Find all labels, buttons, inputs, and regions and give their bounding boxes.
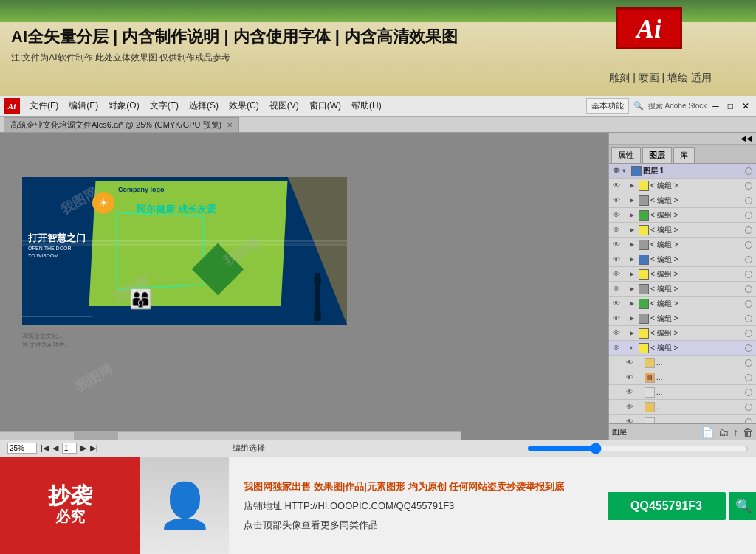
layer-circle-0[interactable] — [745, 182, 752, 190]
qq-number-box[interactable]: QQ455791F3 — [608, 492, 726, 520]
layer-eye-sub-4[interactable]: 👁 — [624, 416, 636, 424]
layer-eye-9[interactable]: 👁 — [611, 313, 622, 325]
layer-eye-5[interactable]: 👁 — [611, 254, 622, 266]
layer-icon-main — [631, 166, 642, 176]
layer-name-3: < 编组 > — [650, 225, 745, 235]
layer-expand-9[interactable]: ▶ — [630, 315, 637, 322]
workspace-selector[interactable]: 基本功能 — [586, 98, 629, 114]
layer-eye-1[interactable]: 👁 — [611, 195, 622, 207]
new-layer-btn[interactable]: 📄 — [701, 426, 714, 438]
layer-eye-sub-2[interactable]: 👁 — [624, 387, 636, 398]
layer-eye-8[interactable]: 👁 — [611, 298, 622, 310]
prev-page[interactable]: ◀ — [52, 443, 58, 453]
canvas-area[interactable]: 我图网 我图网 我图网 我图网 Company logo ☀ — [0, 133, 608, 440]
menu-file[interactable]: 文件(F) — [25, 98, 63, 114]
layer-circle-sub-0[interactable] — [745, 359, 752, 367]
layer-expand-7[interactable]: ▶ — [630, 285, 637, 292]
layer-eye-sub-3[interactable]: 👁 — [624, 401, 636, 413]
menu-effect[interactable]: 效果(C) — [224, 98, 264, 114]
layer-name-2: < 编组 > — [650, 210, 745, 221]
layer-eye-sub-1[interactable]: 👁 — [624, 372, 636, 384]
menu-object[interactable]: 对象(O) — [104, 98, 143, 114]
layer-sub-3: 👁 ... — [609, 400, 756, 415]
layer-eye-10[interactable]: 👁 — [611, 328, 622, 339]
layer-expand-4[interactable]: ▶ — [630, 241, 637, 248]
layer-expand-6[interactable]: ▶ — [630, 271, 637, 277]
layer-name-4: < 编组 > — [650, 240, 745, 250]
layer-circle-main[interactable] — [745, 167, 752, 175]
layer-circle-4[interactable] — [745, 241, 752, 249]
layer-circle-sub-1[interactable] — [745, 374, 752, 381]
layer-eye-4[interactable]: 👁 — [611, 239, 622, 251]
layer-circle-10[interactable] — [745, 330, 752, 337]
layer-expand-10[interactable]: ▶ — [630, 330, 637, 336]
layer-circle-6[interactable] — [745, 271, 752, 278]
prev-page-first[interactable]: |◀ — [41, 443, 49, 453]
next-page-last[interactable]: ▶| — [90, 443, 98, 453]
layer-eye-3[interactable]: 👁 — [611, 224, 622, 236]
layer-expand-5[interactable]: ▶ — [630, 256, 637, 263]
layer-expand-0[interactable]: ▶ — [630, 182, 637, 189]
layer-expand-2[interactable]: ▶ — [630, 212, 637, 218]
menu-view[interactable]: 视图(V) — [265, 98, 303, 114]
top-banner: AI全矢量分层 | 内含制作说明 | 内含使用字体 | 内含高清效果图 注:文件… — [0, 0, 756, 96]
layer-circle-7[interactable] — [745, 285, 752, 293]
layer-expand-exp[interactable]: ▾ — [630, 344, 637, 351]
layer-circle-sub-2[interactable] — [745, 389, 752, 396]
layer-expand-1[interactable]: ▶ — [630, 197, 637, 204]
search-button[interactable]: 🔍 — [729, 492, 757, 520]
english-slogan: OPEN THE DOORTO WISDOM — [28, 245, 72, 260]
layer-eye-6[interactable]: 👁 — [611, 269, 622, 280]
menu-text[interactable]: 文字(T) — [145, 98, 183, 114]
horizontal-scrollbar[interactable] — [0, 431, 461, 440]
layer-circle-2[interactable] — [745, 212, 752, 219]
banner-subtitle: 注:文件为AI软件制作 此处立体效果图 仅供制作成品参考 — [11, 52, 458, 64]
scrollbar-thumb[interactable] — [74, 432, 118, 440]
new-sublayer-btn[interactable]: 🗂 — [718, 426, 729, 438]
menu-help[interactable]: 帮助(H) — [347, 98, 386, 114]
main-slogan: 打开智慧之门 — [28, 232, 86, 245]
maximize-btn[interactable]: □ — [725, 100, 736, 113]
person-photo: 👤 — [140, 457, 229, 554]
layer-eye-sub-0[interactable]: 👁 — [624, 357, 636, 369]
layer-circle-8[interactable] — [745, 300, 752, 308]
bottom-banner: 抄袭 必究 👤 我图网独家出售 效果图|作品|元素图形 均为原创 任何网站盗卖抄… — [0, 457, 756, 554]
layer-eye-7[interactable]: 👁 — [611, 283, 622, 295]
horizontal-scroll[interactable] — [527, 443, 749, 454]
menu-window[interactable]: 窗口(W) — [305, 98, 346, 114]
delete-layer-btn[interactable]: 🗑 — [743, 426, 753, 438]
statusbar-area: |◀ ◀ ▶ ▶| 编组选择 — [0, 440, 756, 457]
layer-eye-0[interactable]: 👁 — [611, 180, 622, 192]
zoom-input[interactable] — [7, 443, 37, 454]
close-btn[interactable]: ✕ — [739, 100, 752, 113]
page-input[interactable] — [62, 443, 77, 454]
layer-expand-3[interactable]: ▶ — [630, 226, 637, 233]
minimize-btn[interactable]: ─ — [709, 100, 722, 113]
document-tab[interactable]: 高筑企业文化培源文件Alcs6.ai* @ 25% (CMYK/GPU 预览) … — [4, 117, 239, 132]
tab-properties[interactable]: 属性 — [611, 147, 641, 163]
layer-expand-8[interactable]: ▶ — [630, 300, 637, 307]
tab-close-btn[interactable]: ✕ — [227, 121, 233, 129]
ai-app-logo: Ai — [4, 98, 20, 114]
move-selection-btn[interactable]: ↑ — [733, 426, 738, 438]
layer-circle-exp[interactable] — [745, 344, 752, 352]
tab-layers[interactable]: 图层 — [642, 147, 672, 163]
layer-icon-0 — [639, 181, 649, 191]
search-adobe-stock[interactable]: 搜索 Adobe Stock — [648, 101, 707, 111]
layer-circle-sub-3[interactable] — [745, 404, 752, 411]
layer-circle-3[interactable] — [745, 226, 752, 234]
layer-expand-main[interactable]: ▾ — [622, 167, 630, 174]
panel-collapse-btn[interactable]: ◀◀ — [738, 134, 755, 142]
layer-eye-main[interactable]: 👁 — [611, 165, 622, 177]
layer-eye-exp[interactable]: 👁 — [611, 342, 622, 354]
menu-edit[interactable]: 编辑(E) — [64, 98, 103, 114]
layer-circle-1[interactable] — [745, 197, 752, 204]
layer-circle-sub-4[interactable] — [745, 418, 752, 424]
next-page[interactable]: ▶ — [80, 443, 86, 453]
layer-circle-9[interactable] — [745, 315, 752, 322]
layer-circle-5[interactable] — [745, 256, 752, 263]
layer-row-5: 👁 ▶ < 编组 > — [609, 252, 756, 267]
tab-library[interactable]: 库 — [673, 147, 695, 163]
layer-eye-2[interactable]: 👁 — [611, 210, 622, 221]
menu-select[interactable]: 选择(S) — [185, 98, 223, 114]
